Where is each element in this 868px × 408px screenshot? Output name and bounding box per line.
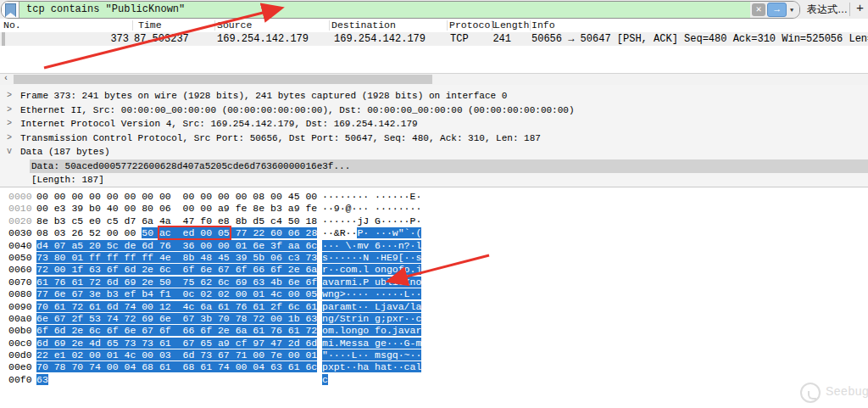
chevron-down-icon[interactable]: ▼ — [790, 7, 793, 14]
column-divider[interactable] — [329, 20, 330, 31]
hex-row[interactable]: 007061 76 61 72 6d 69 2e 50 75 62 6c 69 … — [0, 277, 868, 288]
hex-bytes[interactable]: 8e b3 c5 e0 c5 d7 6a 4a 47 f0 e8 8b d5 c… — [36, 215, 317, 227]
hex-ascii[interactable]: mi.Messa ge···G-m — [322, 338, 421, 349]
hex-ascii[interactable]: ········ ······E· — [322, 191, 421, 203]
toolbar-divider — [849, 3, 850, 16]
hex-offset: 0050 — [8, 252, 32, 264]
hex-ascii[interactable]: ··· \·mv 6···n?·l — [322, 240, 421, 252]
column-header-source[interactable]: Source — [217, 20, 252, 31]
apply-filter-button[interactable]: → — [767, 3, 787, 17]
hex-bytes[interactable]: 70 78 70 74 00 04 68 61 68 61 74 00 04 6… — [36, 361, 317, 373]
hex-row[interactable]: 001000 e3 39 b0 40 00 80 06 00 00 a9 fe … — [0, 203, 868, 215]
hex-bytes[interactable]: 77 6e 67 3e b3 ef b4 f1 0c 02 02 00 01 4… — [36, 288, 317, 300]
hex-row[interactable]: 00a06e 67 2f 53 74 72 69 6e 67 3b 70 78 … — [0, 313, 868, 325]
details-pane: >Frame 373: 241 bytes on wire (1928 bits… — [0, 85, 868, 187]
hex-offset: 0070 — [8, 277, 32, 288]
hex-bytes[interactable]: 72 00 1f 63 6f 6d 2e 6c 6f 6e 67 6f 66 6… — [36, 264, 317, 276]
column-header-protocol[interactable]: Protocol — [449, 20, 496, 31]
column-header-time[interactable]: Time — [138, 20, 162, 31]
detail-line[interactable]: [Length: 187] — [0, 173, 868, 187]
hex-bytes[interactable]: 00 00 00 00 00 00 00 00 00 00 00 00 08 0… — [36, 191, 317, 203]
add-filter-button[interactable]: + — [856, 0, 864, 19]
hex-offset: 0090 — [8, 301, 32, 313]
hex-bytes[interactable]: 6e 67 2f 53 74 72 69 6e 67 3b 70 78 72 0… — [36, 313, 317, 325]
hex-bytes[interactable]: 61 76 61 72 6d 69 2e 50 75 62 6c 69 63 4… — [36, 277, 317, 288]
expression-button[interactable]: 表达式… — [807, 0, 848, 19]
column-divider[interactable] — [132, 20, 133, 31]
expanded-icon[interactable]: v — [7, 145, 12, 159]
hex-bytes[interactable]: 6d 69 2e 4d 65 73 73 61 67 65 a9 cf 97 4… — [36, 338, 317, 349]
scroll-left-icon[interactable]: ‹ — [3, 74, 8, 84]
hex-bytes[interactable]: 08 03 26 52 00 00 50 ac ed 00 05 77 22 6… — [36, 227, 317, 239]
hex-ascii[interactable]: s······N ·HE9[··s — [322, 252, 421, 264]
hex-bytes[interactable]: 63 — [36, 374, 48, 386]
hex-ascii[interactable]: c — [322, 374, 328, 386]
hex-ascii[interactable]: om.longo fo.javar — [322, 325, 421, 337]
hex-ascii[interactable]: "····L·· msgq·~·· — [322, 349, 421, 361]
column-divider[interactable] — [492, 20, 492, 31]
packet-row[interactable]: 373 87.503237 169.254.142.179 169.254.14… — [0, 32, 868, 46]
hex-row[interactable]: 009070 61 72 61 6d 74 00 12 4c 6a 61 76 … — [0, 301, 868, 313]
hex-bytes[interactable]: 22 e1 02 00 01 4c 00 03 6d 73 67 71 00 7… — [36, 349, 317, 361]
hex-row[interactable]: 0040d4 07 a5 20 5c de 6d 76 36 00 00 01 … — [0, 240, 868, 252]
detail-line[interactable]: Data: 50aced00057722600628d407a5205cde6d… — [0, 159, 868, 174]
hex-offset: 00b0 — [8, 325, 32, 337]
collapsed-icon[interactable]: > — [7, 89, 12, 103]
hex-bytes[interactable]: d4 07 a5 20 5c de 6d 76 36 00 00 01 6e 3… — [36, 240, 317, 252]
cell-info: 50656 → 50647 [PSH, ACK] Seq=480 Ack=310… — [531, 33, 868, 45]
hex-row[interactable]: 000000 00 00 00 00 00 00 00 00 00 00 00 … — [0, 191, 868, 203]
filter-text[interactable]: tcp contains "PublicKnown" — [19, 2, 750, 18]
seebug-watermark-label: Seebug — [826, 384, 868, 398]
detail-line-text: Data (187 bytes) — [20, 147, 110, 157]
detail-line[interactable]: >Frame 373: 241 bytes on wire (1928 bits… — [0, 89, 868, 103]
hex-row[interactable]: 006072 00 1f 63 6f 6d 2e 6c 6f 6e 67 6f … — [0, 264, 868, 276]
hex-ascii[interactable]: paramt·· Ljava/la — [322, 301, 421, 313]
column-header-length[interactable]: Length — [494, 20, 529, 31]
collapsed-icon[interactable]: > — [7, 131, 12, 146]
display-filter-input[interactable]: tcp contains "PublicKnown" ✕ → ▼ — [1, 1, 800, 19]
hex-ascii[interactable]: ··9·@··· ········ — [322, 203, 421, 215]
column-header-no[interactable]: No. — [3, 20, 21, 31]
hex-offset: 0030 — [8, 227, 32, 239]
hex-pane: 000000 00 00 00 00 00 00 00 00 00 00 00 … — [0, 187, 868, 408]
detail-line-text: Data: 50aced00057722600628d407a5205cde6d… — [31, 161, 350, 171]
hex-row[interactable]: 00b06f 6d 2e 6c 6f 6e 67 6f 66 6f 2e 6a … — [0, 325, 868, 337]
column-divider[interactable] — [447, 20, 448, 31]
filter-buttons: ✕ → ▼ — [750, 2, 799, 18]
hex-row[interactable]: 008077 6e 67 3e b3 ef b4 f1 0c 02 02 00 … — [0, 288, 868, 300]
red-box-annotation[interactable]: ac ed 00 05 — [159, 227, 230, 238]
hex-row[interactable]: 003008 03 26 52 00 00 50 ac ed 00 05 77 … — [0, 227, 868, 239]
hex-row[interactable]: 00f063c — [0, 374, 868, 386]
column-header-info[interactable]: Info — [531, 20, 555, 31]
hex-bytes[interactable]: 73 80 01 ff ff ff ff 4e 8b 48 45 39 5b 0… — [36, 252, 317, 264]
hex-ascii[interactable]: pxpt··ha hat··cal — [322, 361, 421, 373]
collapsed-icon[interactable]: > — [7, 117, 12, 131]
hex-offset: 00e0 — [8, 361, 32, 373]
detail-line[interactable]: vData (187 bytes) — [0, 145, 868, 159]
hex-bytes[interactable]: 70 61 72 61 6d 74 00 12 4c 6a 61 76 61 2… — [36, 301, 317, 313]
hex-row[interactable]: 00d022 e1 02 00 01 4c 00 03 6d 73 67 71 … — [0, 349, 868, 361]
hex-ascii[interactable]: ······jJ G·····P· — [322, 215, 421, 227]
collapsed-icon[interactable]: > — [7, 103, 12, 118]
hex-ascii[interactable]: wng>···· ·····L·· — [322, 288, 421, 300]
hex-ascii[interactable]: ··&R··P· ···w"`·( — [322, 227, 421, 239]
hex-row[interactable]: 005073 80 01 ff ff ff ff 4e 8b 48 45 39 … — [0, 252, 868, 264]
column-header-destination[interactable]: Destination — [331, 20, 396, 31]
column-divider[interactable] — [530, 20, 531, 31]
scrollbar-thumb[interactable] — [14, 75, 432, 84]
column-divider[interactable] — [214, 20, 215, 31]
hex-row[interactable]: 00e070 78 70 74 00 04 68 61 68 61 74 00 … — [0, 361, 868, 373]
hex-row[interactable]: 00c06d 69 2e 4d 65 73 73 61 67 65 a9 cf … — [0, 338, 868, 349]
detail-line[interactable]: >Transmission Control Protocol, Src Port… — [0, 131, 868, 146]
detail-line[interactable]: >Internet Protocol Version 4, Src: 169.2… — [0, 117, 868, 131]
hex-row[interactable]: 00208e b3 c5 e0 c5 d7 6a 4a 47 f0 e8 8b … — [0, 215, 868, 227]
hex-bytes[interactable]: 00 e3 39 b0 40 00 80 06 00 00 a9 fe 8e b… — [36, 203, 317, 215]
filter-bookmark-button[interactable] — [2, 2, 19, 18]
detail-line[interactable]: >Ethernet II, Src: 00:00:00_00:00:00 (00… — [0, 103, 868, 118]
hex-bytes[interactable]: 6f 6d 2e 6c 6f 6e 67 6f 66 6f 2e 6a 61 7… — [36, 325, 317, 337]
wireshark-window: tcp contains "PublicKnown" ✕ → ▼ 表达式… + … — [0, 0, 868, 408]
hex-ascii[interactable]: r··com.l ongofo.j — [322, 264, 421, 276]
clear-filter-button[interactable]: ✕ — [752, 3, 765, 16]
hex-ascii[interactable]: avarmi.P ublicKno — [322, 277, 421, 288]
hex-ascii[interactable]: ng/Strin g;pxr··c — [322, 313, 421, 325]
